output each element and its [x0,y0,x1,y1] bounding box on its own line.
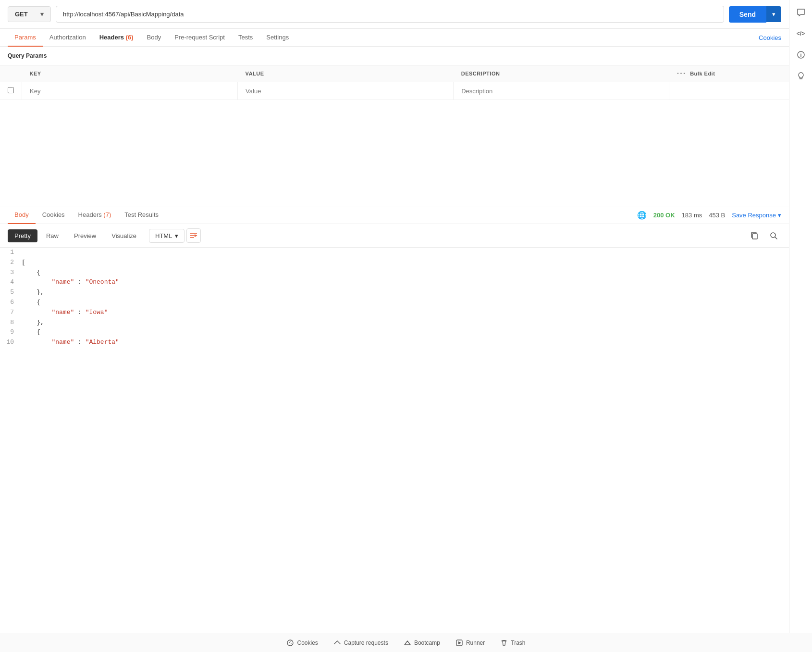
bottom-capture-label: Capture requests [344,639,388,646]
right-sidebar: </> [789,0,812,652]
line-content-6: { [22,298,40,308]
more-options-icon[interactable]: ··· [677,69,686,78]
search-icon[interactable] [766,228,781,243]
send-dropdown-button[interactable]: ▾ [766,6,781,22]
info-icon[interactable] [792,46,810,63]
line-num-3: 3 [0,268,22,278]
row-checkbox-input[interactable] [8,87,14,93]
method-select[interactable]: GET ▾ [8,6,51,22]
svg-point-12 [291,643,292,644]
format-tab-visualize[interactable]: Visualize [105,229,143,242]
svg-point-13 [290,641,291,642]
bottom-runner[interactable]: Runner [455,639,485,647]
svg-marker-15 [458,641,461,644]
key-input[interactable] [30,88,230,95]
code-view: 1 2 [ 3 { 4 "name" : "Oneonta" 5 }, [0,248,789,411]
save-response-label: Save Response [732,212,776,219]
response-tab-test-results[interactable]: Test Results [118,206,165,224]
value-cell[interactable] [238,82,454,100]
tab-headers[interactable]: Headers (6) [93,29,140,47]
tab-params[interactable]: Params [8,29,43,47]
tab-settings[interactable]: Settings [259,29,295,47]
bottom-cookies-label: Cookies [297,639,318,646]
response-tab-body[interactable]: Body [8,206,36,224]
request-tabs: Params Authorization Headers (6) Body Pr… [0,29,789,47]
value-input[interactable] [246,88,445,95]
desc-input[interactable] [461,88,661,95]
format-select[interactable]: HTML ▾ [149,229,185,243]
bottom-runner-label: Runner [466,639,485,646]
line-num-5: 5 [0,288,22,298]
bulk-edit-header: ··· Bulk Edit [669,65,789,82]
status-size: 453 B [709,212,725,219]
save-response-button[interactable]: Save Response ▾ [732,212,781,219]
response-tabs: Body Cookies Headers (7) Test Results 🌐 … [0,206,789,224]
line-content-4: "name" : "Oneonta" [22,277,119,288]
line-num-6: 6 [0,298,22,308]
line-num-10: 10 [0,338,22,348]
desc-cell[interactable] [454,82,669,100]
response-section: Body Cookies Headers (7) Test Results 🌐 … [0,206,789,411]
status-time: 183 ms [682,212,702,219]
key-cell[interactable] [22,82,238,100]
svg-rect-3 [752,234,757,239]
bottom-trash[interactable]: Trash [500,639,525,647]
save-response-chevron-icon: ▾ [778,212,781,219]
copy-icon[interactable] [747,228,762,243]
code-line-2: 2 [ [0,258,789,268]
code-line-1: 1 [0,248,789,258]
format-tab-preview[interactable]: Preview [67,229,103,242]
line-content-5: }, [22,288,44,298]
cookies-link[interactable]: Cookies [759,29,781,46]
tab-pre-request[interactable]: Pre-request Script [168,29,232,47]
bottom-bootcamp-label: Bootcamp [414,639,440,646]
bottom-cookies[interactable]: Cookies [286,639,318,647]
svg-point-10 [287,640,293,646]
format-actions [747,228,781,243]
desc-col-header: DESCRIPTION [454,65,669,82]
format-select-label: HTML [155,232,172,239]
code-line-4: 4 "name" : "Oneonta" [0,277,789,288]
status-ok: 200 OK [653,212,675,219]
bottom-capture[interactable]: Capture requests [333,639,388,647]
key-col-header: KEY [22,65,238,82]
tab-authorization[interactable]: Authorization [43,29,93,47]
code-line-6: 6 { [0,298,789,308]
format-tab-raw[interactable]: Raw [39,229,65,242]
tab-tests[interactable]: Tests [232,29,259,47]
method-label: GET [15,11,28,18]
code-line-5: 5 }, [0,288,789,298]
globe-icon: 🌐 [637,211,647,220]
tab-body[interactable]: Body [140,29,168,47]
line-content-10: "name" : "Alberta" [22,338,119,348]
line-num-1: 1 [0,248,22,258]
row-checkbox[interactable] [0,82,22,100]
format-select-chevron-icon: ▾ [175,232,178,239]
bulk-edit-label[interactable]: Bulk Edit [690,71,715,76]
comments-icon[interactable] [792,4,810,21]
svg-point-11 [289,642,290,643]
code-icon[interactable]: </> [792,25,810,42]
line-content-1 [22,248,25,258]
code-line-8: 8 }, [0,318,789,328]
bottom-bootcamp[interactable]: Bootcamp [404,639,440,647]
send-button[interactable]: Send [729,6,766,23]
url-input[interactable] [56,6,724,23]
line-num-2: 2 [0,258,22,268]
response-tab-cookies[interactable]: Cookies [36,206,72,224]
params-table: KEY VALUE DESCRIPTION ··· Bulk Edit [0,65,789,100]
method-chevron-icon: ▾ [40,11,44,18]
send-button-group: Send ▾ [729,6,781,23]
response-tab-headers[interactable]: Headers (7) [72,206,118,224]
url-bar: GET ▾ Send ▾ [0,0,789,29]
value-col-header: VALUE [238,65,454,82]
format-tab-pretty[interactable]: Pretty [8,229,37,242]
wrap-icon[interactable] [186,228,201,243]
params-empty-row [0,82,789,100]
line-content-8: }, [22,318,44,328]
code-line-9: 9 { [0,327,789,338]
line-content-2: [ [22,258,25,268]
line-num-4: 4 [0,277,22,288]
lightbulb-icon[interactable] [792,67,810,85]
format-bar: Pretty Raw Preview Visualize HTML ▾ [0,224,789,248]
